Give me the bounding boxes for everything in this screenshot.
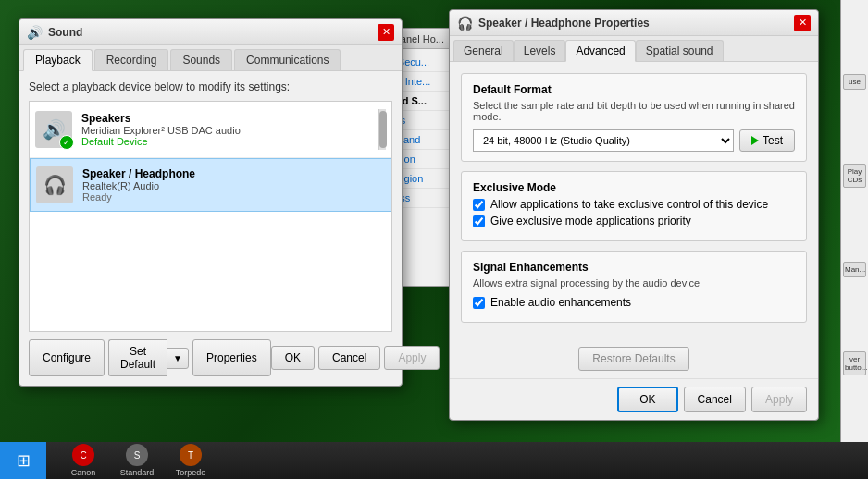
standard-icon-circle: S xyxy=(126,444,148,466)
signal-enhancements-title: Signal Enhancements xyxy=(473,261,795,274)
sound-dialog-close-button[interactable]: ✕ xyxy=(378,24,394,41)
taskbar-item-standard[interactable]: S Standard xyxy=(111,443,163,478)
set-default-button[interactable]: Set Default xyxy=(108,339,167,376)
speakers-sub: Meridian Explorer² USB DAC audio xyxy=(81,125,369,136)
exclusive-priority-label: Give exclusive mode applications priorit… xyxy=(490,215,691,227)
restore-defaults-row: Restore Defaults xyxy=(450,343,818,378)
taskbar-item-canon[interactable]: C Canon xyxy=(57,443,109,478)
desktop: Control Panel Ho... tem and Secu... twor… xyxy=(0,0,868,479)
headphone-sub: Realtek(R) Audio xyxy=(82,180,368,191)
exclusive-control-label: Allow applications to take exclusive con… xyxy=(490,198,768,211)
tab-general[interactable]: General xyxy=(453,40,514,61)
scrollbar[interactable] xyxy=(378,109,386,150)
sound-icon: 🔊 xyxy=(27,25,43,40)
sound-cancel-button[interactable]: Cancel xyxy=(318,346,380,370)
device-item-speakers[interactable]: 🔊 ✓ Speakers Meridian Explorer² USB DAC … xyxy=(30,102,391,158)
speakers-details: Speakers Meridian Explorer² USB DAC audi… xyxy=(81,112,369,147)
right-panel-btn[interactable]: use xyxy=(843,74,866,90)
right-panel-btn[interactable]: Play CDs xyxy=(843,164,866,188)
device-item-headphone[interactable]: 🎧 Speaker / Headphone Realtek(R) Audio R… xyxy=(30,158,391,212)
exclusive-checkbox-1: Allow applications to take exclusive con… xyxy=(473,198,795,211)
speakers-name: Speakers xyxy=(81,112,369,125)
sound-dialog-tabs: Playback Recording Sounds Communications xyxy=(19,45,402,71)
start-button[interactable]: ⊞ xyxy=(0,442,46,479)
audio-enhancements-checkbox[interactable] xyxy=(473,297,485,309)
headphone-icon: 🎧 xyxy=(36,166,73,203)
props-dialog-title-text: Speaker / Headphone Properties xyxy=(478,17,650,30)
exclusive-checkbox-2: Give exclusive mode applications priorit… xyxy=(473,215,795,227)
props-cancel-button[interactable]: Cancel xyxy=(684,387,746,412)
sound-dialog-body: Select a playback device below to modify… xyxy=(19,71,402,386)
footer-right-buttons: OK Cancel Apply xyxy=(271,346,440,370)
exclusive-mode-section: Exclusive Mode Allow applications to tak… xyxy=(461,171,807,241)
exclusive-control-checkbox[interactable] xyxy=(473,199,485,211)
test-button[interactable]: Test xyxy=(739,129,795,152)
default-check-icon: ✓ xyxy=(59,135,74,150)
sound-dialog-footer: Configure Set Default ▼ Properties OK Ca… xyxy=(29,339,392,376)
enhancements-checkbox: Enable audio enhancements xyxy=(473,296,795,309)
exclusive-mode-title: Exclusive Mode xyxy=(473,181,795,194)
footer-left-buttons: Configure Set Default ▼ Properties xyxy=(29,339,271,376)
sound-dialog-title-left: 🔊 Sound xyxy=(27,25,82,40)
default-format-title: Default Format xyxy=(473,83,795,96)
windows-logo-icon: ⊞ xyxy=(17,450,31,471)
scrollbar-thumb xyxy=(379,111,387,148)
tab-playback[interactable]: Playback xyxy=(23,49,93,71)
props-apply-button[interactable]: Apply xyxy=(751,387,807,412)
configure-button[interactable]: Configure xyxy=(29,339,105,376)
format-row: 24 bit, 48000 Hz (Studio Quality) Test xyxy=(473,129,795,152)
right-panel-btn[interactable]: Man... xyxy=(843,262,866,277)
tab-levels[interactable]: Levels xyxy=(514,40,566,61)
tab-sounds[interactable]: Sounds xyxy=(170,49,232,70)
signal-enhancements-desc: Allows extra signal processing by the au… xyxy=(473,277,795,289)
tab-advanced[interactable]: Advanced xyxy=(565,40,635,62)
right-panel-btn[interactable]: ver butto... xyxy=(843,351,866,375)
taskbar: ⊞ R REW C Canon xyxy=(0,442,868,479)
torpedo-icon: T xyxy=(180,444,202,466)
speakers-status: Default Device xyxy=(81,136,369,147)
headphone-details: Speaker / Headphone Realtek(R) Audio Rea… xyxy=(82,167,368,203)
taskbar-canon-label: Canon xyxy=(71,468,96,477)
props-dialog-footer: OK Cancel Apply xyxy=(450,378,818,420)
props-dialog: 🎧 Speaker / Headphone Properties ✕ Gener… xyxy=(449,9,819,421)
tab-recording[interactable]: Recording xyxy=(94,49,169,70)
sound-apply-button[interactable]: Apply xyxy=(384,346,440,370)
properties-button[interactable]: Properties xyxy=(192,339,271,376)
test-button-label: Test xyxy=(763,134,783,147)
taskbar-standard-label: Standard xyxy=(120,468,155,477)
right-panel: use Play CDs Man... ver butto... ust set… xyxy=(840,0,868,479)
torpedo-icon-circle: T xyxy=(180,444,202,466)
set-default-arrow-button[interactable]: ▼ xyxy=(167,348,189,369)
sound-dialog: 🔊 Sound ✕ Playback Recording Sounds Comm… xyxy=(19,18,403,387)
props-icon: 🎧 xyxy=(457,16,473,31)
playback-instruction: Select a playback device below to modify… xyxy=(29,80,392,93)
props-dialog-title-bar[interactable]: 🎧 Speaker / Headphone Properties ✕ xyxy=(450,10,818,36)
restore-defaults-button[interactable]: Restore Defaults xyxy=(578,347,688,371)
exclusive-priority-checkbox[interactable] xyxy=(473,215,485,227)
set-default-dropdown[interactable]: Set Default ▼ xyxy=(108,339,189,376)
format-select[interactable]: 24 bit, 48000 Hz (Studio Quality) xyxy=(473,129,734,152)
speakers-icon: 🔊 ✓ xyxy=(35,111,72,148)
headphone-name: Speaker / Headphone xyxy=(82,167,368,180)
canon-icon-circle: C xyxy=(72,444,94,466)
standard-icon: S xyxy=(126,444,148,466)
taskbar-torpedo-label: Torpedo xyxy=(176,468,206,477)
sound-dialog-title-bar[interactable]: 🔊 Sound ✕ xyxy=(19,19,402,45)
props-dialog-title-left: 🎧 Speaker / Headphone Properties xyxy=(457,16,650,31)
sound-ok-button[interactable]: OK xyxy=(271,346,315,370)
signal-enhancements-section: Signal Enhancements Allows extra signal … xyxy=(461,251,807,323)
device-list[interactable]: 🔊 ✓ Speakers Meridian Explorer² USB DAC … xyxy=(29,101,392,332)
tab-spatial-sound[interactable]: Spatial sound xyxy=(636,40,724,61)
props-ok-button[interactable]: OK xyxy=(617,387,677,412)
sound-dialog-title-text: Sound xyxy=(48,26,82,39)
headphone-status: Ready xyxy=(82,191,368,203)
default-format-section: Default Format Select the sample rate an… xyxy=(461,73,807,162)
props-dialog-close-button[interactable]: ✕ xyxy=(794,15,811,31)
play-icon xyxy=(751,136,759,145)
props-dialog-tabs: General Levels Advanced Spatial sound xyxy=(450,36,818,62)
default-format-desc: Select the sample rate and bit depth to … xyxy=(473,100,795,122)
taskbar-item-torpedo[interactable]: T Torpedo xyxy=(165,443,217,478)
props-body: Default Format Select the sample rate an… xyxy=(450,62,818,343)
canon-icon: C xyxy=(72,444,94,466)
tab-communications[interactable]: Communications xyxy=(234,49,341,70)
